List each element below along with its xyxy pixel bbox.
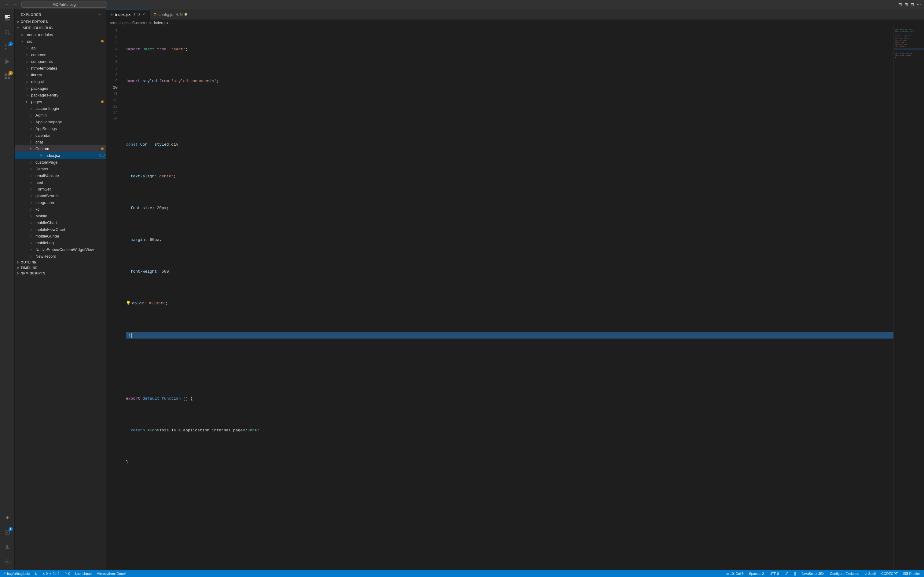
custom-folder[interactable]: ▾ Custom (15, 145, 106, 152)
calendar-folder[interactable]: ▷ calendar (15, 132, 106, 139)
activity-codegpt[interactable]: ✦ (0, 511, 15, 525)
index-jsx-file[interactable]: ▷ ⚛ index.jsx 5, U (15, 152, 106, 159)
breadcrumb-indexjsx[interactable]: index.jsx (154, 21, 168, 25)
code-content[interactable]: import React from 'react' ; import style… (121, 26, 893, 570)
api-folder[interactable]: ▷ api (15, 45, 106, 51)
mobilegunter-chevron: ▷ (30, 234, 34, 238)
activity-remote[interactable]: 1 (0, 525, 15, 540)
var-con: Con (140, 142, 147, 148)
timeline-section[interactable]: ▷ TIMELINE (15, 265, 106, 271)
svg-rect-5 (4, 77, 7, 79)
outline-label: OUTLINE (21, 260, 37, 264)
library-label: library (31, 73, 42, 77)
breadcrumb-ellipsis[interactable]: … (172, 21, 176, 25)
spell-item[interactable]: ✓ Spell (864, 572, 877, 576)
nav-forward-button[interactable]: → (11, 2, 19, 8)
demos-folder[interactable]: ▷ Demos (15, 166, 106, 172)
activity-account[interactable] (0, 540, 15, 554)
encoding-item[interactable]: UTF-8 (769, 572, 780, 575)
git-branch-item[interactable]: ⑂ bugfix/bug/peic (3, 572, 31, 575)
kc-folder[interactable]: ▷ kc (15, 206, 106, 213)
npm-scripts-section[interactable]: ▷ NPM SCRIPTS (15, 271, 106, 276)
global-search-input[interactable] (21, 2, 107, 8)
components-folder[interactable]: ▷ components (15, 58, 106, 65)
configure-excludes-item[interactable]: Configure Excludes (829, 572, 860, 575)
globalsearch-folder[interactable]: ▷ globalSearch (15, 192, 106, 199)
breadcrumb-sep1: › (116, 21, 117, 25)
mobilegunter-folder[interactable]: ▷ mobileGunter (15, 233, 106, 239)
chat-folder[interactable]: ▷ chat (15, 139, 106, 145)
launchpad-item[interactable]: Launchpad (74, 572, 92, 575)
integration-folder[interactable]: ▷ integration (15, 199, 106, 206)
activity-source-control[interactable]: 2 (0, 40, 15, 54)
spaces-item[interactable]: Spaces: 2 (748, 572, 765, 575)
root-folder[interactable]: ▾ MDPUBLIC-BUG (15, 24, 106, 31)
packages-folder[interactable]: ▷ packages (15, 85, 106, 92)
mobilelog-folder[interactable]: ▷ mobileLog (15, 239, 106, 246)
mobile-folder[interactable]: ▷ Mobile (15, 213, 106, 219)
more-icon[interactable]: ⋯ (917, 2, 921, 7)
activity-extensions[interactable]: 7 (0, 69, 15, 84)
appsettings-folder[interactable]: ▷ AppSettings (15, 125, 106, 132)
sync-item[interactable]: ↻ (34, 572, 38, 576)
cursor-pos-item[interactable]: Ln 10, Col 3 (724, 572, 744, 575)
svg-text:`;: `; (895, 48, 897, 50)
layout-icon[interactable]: ⊟ (898, 2, 902, 7)
codegpt-item[interactable]: CODEGPT (880, 572, 899, 575)
library-folder[interactable]: ▷ library (15, 71, 106, 78)
timeline-label: TIMELINE (21, 266, 38, 269)
line-num-4: 4 (106, 47, 118, 53)
npm-scripts-label: NPM SCRIPTS (21, 271, 45, 275)
title-bar-left: ← → (3, 2, 107, 8)
apphomepage-folder[interactable]: ▷ AppHomepage (15, 118, 106, 125)
accountlogin-folder[interactable]: ▷ accountLogin (15, 105, 106, 112)
language-item[interactable]: JavaScript JSX (801, 572, 825, 575)
line-num-9: 9 (106, 78, 118, 85)
custompage-folder[interactable]: ▷ customPage (15, 159, 106, 166)
feed-label: feed (36, 180, 43, 185)
mobileflowchart-folder[interactable]: ▷ mobileFlowChart (15, 226, 106, 233)
tab-config-js[interactable]: ⚙ config.js 4, M (150, 9, 191, 19)
activity-settings[interactable] (0, 554, 15, 569)
split-icon[interactable]: ⊞ (905, 2, 908, 7)
lightbulb-icon[interactable]: 💡 (126, 300, 131, 307)
newrecord-folder[interactable]: ▷ NewRecord (15, 253, 106, 259)
nav-back-button[interactable]: ← (3, 2, 10, 8)
packages-entry-folder[interactable]: ▷ packages-entry (15, 92, 106, 98)
pages-label: pages (31, 100, 42, 104)
activity-explorer[interactable] (0, 10, 15, 25)
open-editors-section[interactable]: ▷ OPEN EDITORS (15, 19, 106, 24)
activity-run[interactable] (0, 54, 15, 69)
line-num-14: 14 (106, 110, 118, 116)
activity-search[interactable] (0, 25, 15, 40)
prettier-item[interactable]: ⌨ Prettier (902, 572, 921, 576)
problems-item[interactable]: ⚐ 0 (63, 572, 71, 576)
errors-item[interactable]: ✕ 0 ⚠ 9 ℹ 2 (41, 572, 60, 576)
pages-folder[interactable]: ▾ pages (15, 98, 106, 105)
tab-config-js-label: config.js (158, 12, 173, 17)
tab-index-jsx[interactable]: ⚛ index.jsx 5, U ✕ (106, 9, 150, 19)
panel-icon[interactable]: ⊟ (911, 2, 914, 7)
braces-item[interactable]: {} (793, 572, 797, 575)
ming-ui-folder[interactable]: ▷ ming-ui (15, 78, 106, 85)
new-file-button[interactable]: ⋯ (97, 11, 102, 18)
mobilechart-folder[interactable]: ▷ mobileChart (15, 219, 106, 226)
node-modules-folder[interactable]: ▷ node_modules (15, 31, 106, 38)
breadcrumb-src[interactable]: src (110, 21, 115, 25)
outline-section[interactable]: ▷ OUTLINE (15, 259, 106, 265)
admin-folder[interactable]: ▷ Admin (15, 112, 106, 118)
formset-chevron: ▷ (30, 187, 34, 191)
html-templates-folder[interactable]: ▷ html-templates (15, 65, 106, 71)
nativeembed-folder[interactable]: ▷ NativeEmbedCustomWidgetView (15, 246, 106, 253)
breadcrumb-pages[interactable]: pages (119, 21, 129, 25)
formset-folder[interactable]: ▷ FormSet (15, 185, 106, 192)
line-ending-item[interactable]: LF (783, 572, 789, 575)
common-folder[interactable]: ▷ common (15, 51, 106, 58)
feed-folder[interactable]: ▷ feed (15, 179, 106, 185)
sidebar-content[interactable]: ▷ OPEN EDITORS ▾ MDPUBLIC-BUG ▷ node_mod… (15, 19, 106, 570)
breadcrumb-custom[interactable]: Custom (132, 21, 145, 25)
python-item[interactable]: Micropython: Done! (95, 572, 126, 575)
tab-index-jsx-close[interactable]: ✕ (142, 12, 146, 17)
src-folder[interactable]: ▾ src (15, 38, 106, 45)
emailvalidate-folder[interactable]: ▷ emailValidate (15, 172, 106, 179)
